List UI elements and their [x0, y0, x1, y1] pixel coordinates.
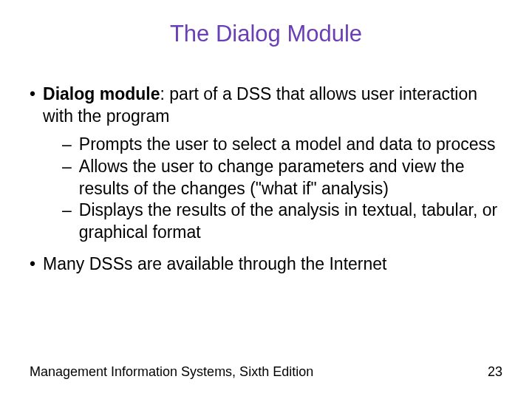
sub-bullet-text: Displays the results of the analysis in … — [79, 200, 502, 244]
bullet-marker: • — [30, 253, 43, 275]
dash-marker: – — [62, 200, 79, 244]
bullet-item: • Many DSSs are available through the In… — [30, 253, 502, 275]
bullet-item: • Dialog module: part of a DSS that allo… — [30, 83, 502, 128]
sub-bullet-item: – Prompts the user to select a model and… — [62, 134, 502, 156]
bullet-bold-term: Dialog module — [43, 84, 160, 103]
dash-marker: – — [62, 134, 79, 156]
sub-bullet-item: – Allows the user to change parameters a… — [62, 156, 502, 200]
sub-bullet-text: Allows the user to change parameters and… — [79, 156, 502, 200]
slide-title: The Dialog Module — [0, 0, 532, 47]
bullet-marker: • — [30, 83, 43, 128]
bullet-text: Dialog module: part of a DSS that allows… — [43, 83, 502, 128]
slide-content: • Dialog module: part of a DSS that allo… — [0, 47, 532, 276]
footer-page-number: 23 — [488, 364, 502, 380]
sub-bullet-text: Prompts the user to select a model and d… — [79, 134, 502, 156]
sub-bullet-item: – Displays the results of the analysis i… — [62, 200, 502, 244]
dash-marker: – — [62, 156, 79, 200]
slide-footer: Management Information Systems, Sixth Ed… — [30, 364, 502, 380]
sub-list: – Prompts the user to select a model and… — [30, 134, 502, 244]
footer-source: Management Information Systems, Sixth Ed… — [30, 364, 313, 380]
bullet-text: Many DSSs are available through the Inte… — [43, 253, 502, 275]
